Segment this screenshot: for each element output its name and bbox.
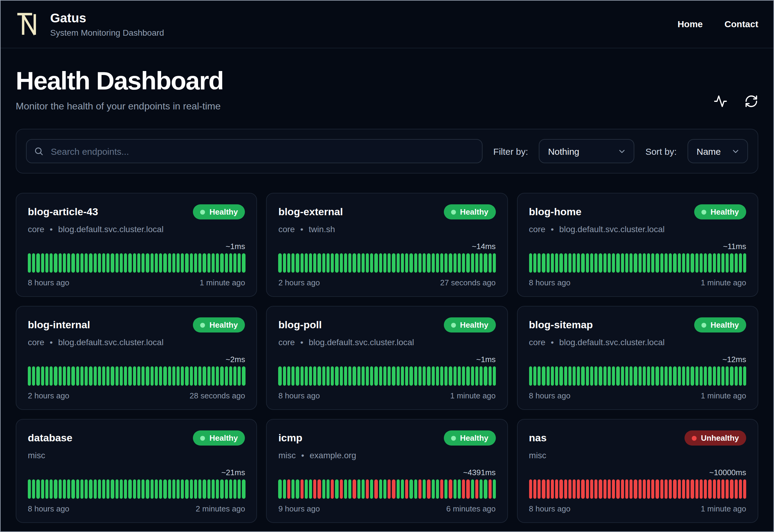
uptime-bar bbox=[616, 253, 620, 273]
uptime-bar bbox=[313, 366, 316, 386]
uptime-bar bbox=[612, 253, 615, 273]
meta-separator: • bbox=[300, 337, 303, 347]
uptime-bar bbox=[529, 366, 532, 386]
history-end-time: 28 seconds ago bbox=[190, 391, 245, 400]
gatus-logo-icon bbox=[16, 10, 41, 38]
endpoint-group: core bbox=[278, 337, 295, 347]
endpoint-card[interactable]: blog-internal Healthy core • blog.defaul… bbox=[16, 306, 257, 410]
uptime-bar bbox=[216, 479, 219, 499]
uptime-bar bbox=[344, 253, 347, 273]
endpoint-card[interactable]: blog-article-43 Healthy core • blog.defa… bbox=[16, 193, 257, 297]
uptime-bar bbox=[159, 253, 162, 273]
endpoint-card[interactable]: icmp Healthy misc • example.org ~4391ms … bbox=[266, 419, 508, 523]
uptime-bar bbox=[194, 366, 197, 386]
uptime-bar bbox=[423, 479, 426, 499]
uptime-bar bbox=[155, 253, 158, 273]
endpoint-card[interactable]: blog-home Healthy core • blog.default.sv… bbox=[517, 193, 758, 297]
uptime-bar bbox=[568, 253, 571, 273]
endpoint-card[interactable]: database Healthy misc • ~21ms 8 hours ag… bbox=[16, 419, 257, 523]
uptime-bar bbox=[348, 253, 351, 273]
uptime-bar bbox=[529, 253, 532, 273]
uptime-bar bbox=[392, 479, 395, 499]
uptime-bar bbox=[366, 366, 369, 386]
uptime-bar bbox=[194, 479, 197, 499]
uptime-bar bbox=[590, 366, 593, 386]
nav-link-home[interactable]: Home bbox=[678, 19, 703, 29]
uptime-bar bbox=[177, 479, 180, 499]
status-dot-icon bbox=[200, 436, 205, 440]
uptime-bar bbox=[603, 366, 606, 386]
history-start-time: 2 hours ago bbox=[278, 278, 320, 287]
status-badge: Healthy bbox=[444, 430, 496, 446]
uptime-bar bbox=[137, 366, 140, 386]
uptime-bar bbox=[586, 366, 589, 386]
uptime-bar bbox=[76, 253, 79, 273]
uptime-bar bbox=[471, 479, 474, 499]
uptime-bar bbox=[291, 479, 294, 499]
uptime-bar bbox=[427, 479, 430, 499]
uptime-bar bbox=[45, 366, 48, 386]
endpoint-card[interactable]: blog-sitemap Healthy core • blog.default… bbox=[517, 306, 758, 410]
uptime-bar bbox=[734, 479, 737, 499]
uptime-bar bbox=[467, 479, 470, 499]
uptime-bar bbox=[304, 479, 307, 499]
history-times: 8 hours ago 1 minute ago bbox=[278, 391, 496, 400]
endpoint-card[interactable]: blog-poll Healthy core • blog.default.sv… bbox=[266, 306, 508, 410]
uptime-bar bbox=[93, 479, 96, 499]
uptime-bar bbox=[291, 253, 294, 273]
uptime-bar bbox=[370, 253, 373, 273]
uptime-bar bbox=[594, 253, 597, 273]
uptime-bar bbox=[444, 253, 447, 273]
uptime-bar bbox=[128, 479, 132, 499]
uptime-bar bbox=[401, 366, 404, 386]
uptime-bar bbox=[691, 366, 694, 386]
activity-icon[interactable] bbox=[714, 94, 727, 108]
uptime-bar bbox=[344, 366, 347, 386]
uptime-bar bbox=[146, 366, 149, 386]
uptime-bar bbox=[89, 479, 92, 499]
history-start-time: 2 hours ago bbox=[28, 391, 69, 400]
nav-link-contact[interactable]: Contact bbox=[724, 19, 758, 29]
uptime-bar bbox=[629, 253, 633, 273]
uptime-bar bbox=[678, 253, 681, 273]
uptime-bar bbox=[80, 479, 83, 499]
uptime-bar bbox=[546, 366, 549, 386]
uptime-bar bbox=[656, 253, 659, 273]
sort-select[interactable]: Name bbox=[688, 139, 748, 163]
chevron-down-icon bbox=[731, 147, 740, 156]
uptime-bar bbox=[612, 366, 615, 386]
uptime-bar bbox=[37, 366, 40, 386]
uptime-bar bbox=[462, 366, 465, 386]
uptime-bar bbox=[488, 253, 491, 273]
uptime-bar bbox=[726, 366, 729, 386]
uptime-bar bbox=[203, 253, 206, 273]
filter-select[interactable]: Nothing bbox=[539, 139, 635, 163]
uptime-bar bbox=[686, 479, 689, 499]
endpoint-host: blog.default.svc.cluster.local bbox=[58, 337, 164, 347]
uptime-bar bbox=[678, 366, 681, 386]
endpoint-group: core bbox=[28, 337, 44, 347]
uptime-bar bbox=[682, 253, 685, 273]
uptime-bar bbox=[669, 479, 672, 499]
endpoint-card[interactable]: nas Unhealthy misc • ~10000ms 8 hours ag… bbox=[517, 419, 758, 523]
uptime-bar bbox=[106, 366, 109, 386]
status-dot-icon bbox=[451, 436, 456, 440]
endpoint-host: example.org bbox=[310, 450, 356, 460]
uptime-bars bbox=[278, 479, 496, 499]
uptime-bar bbox=[322, 479, 325, 499]
card-header: database Healthy bbox=[28, 430, 245, 446]
search-input[interactable] bbox=[26, 139, 483, 163]
uptime-bar bbox=[700, 366, 703, 386]
history-times: 9 hours ago 6 minutes ago bbox=[278, 504, 496, 513]
uptime-bar bbox=[484, 366, 487, 386]
uptime-bar bbox=[599, 479, 602, 499]
refresh-icon[interactable] bbox=[744, 94, 758, 108]
status-label: Healthy bbox=[210, 207, 238, 216]
meta-separator: • bbox=[50, 337, 53, 347]
uptime-bar bbox=[475, 479, 478, 499]
uptime-bar bbox=[63, 366, 66, 386]
uptime-bar bbox=[660, 253, 663, 273]
endpoint-card[interactable]: blog-external Healthy core • twin.sh ~14… bbox=[266, 193, 508, 297]
uptime-bar bbox=[449, 479, 452, 499]
uptime-bar bbox=[168, 253, 171, 273]
